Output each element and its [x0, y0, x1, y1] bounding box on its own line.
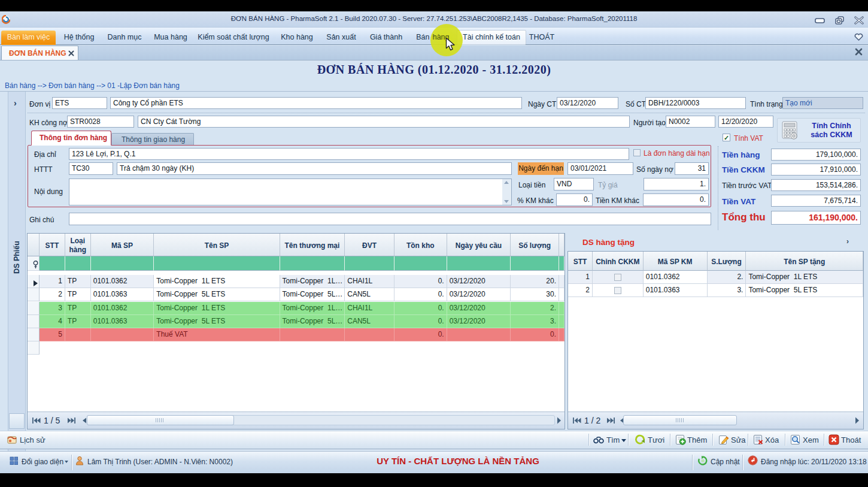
svg-text:1 / 5: 1 / 5	[44, 416, 60, 425]
svg-text:1 / 2: 1 / 2	[584, 416, 600, 425]
